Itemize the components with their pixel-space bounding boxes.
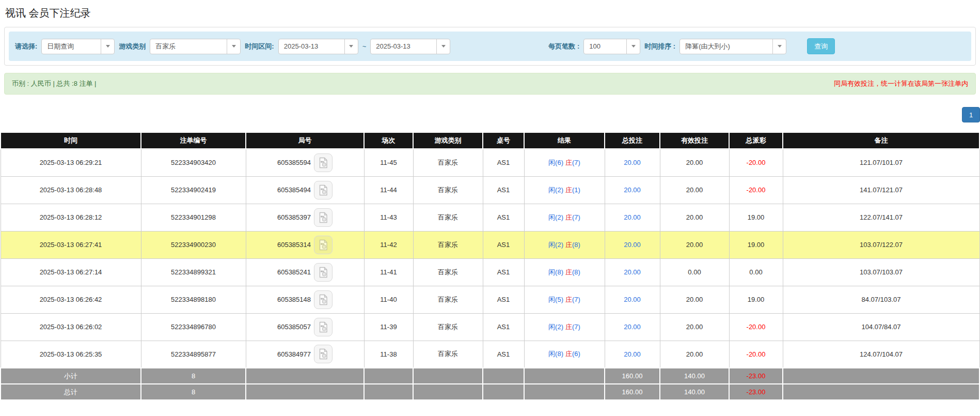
- cell-total-bet[interactable]: 20.00: [605, 231, 660, 258]
- query-type-value: 日期查询: [42, 42, 101, 51]
- cell-payout: -20.00: [729, 176, 783, 204]
- cell-total-bet[interactable]: 20.00: [605, 149, 660, 176]
- cell-time: 2025-03-13 06:26:42: [1, 286, 141, 313]
- cell-table-no: AS1: [483, 286, 524, 313]
- chevron-down-icon: [772, 39, 786, 54]
- round-id: 605385314: [277, 241, 311, 249]
- cell-bet-id: 522334900230: [141, 231, 246, 258]
- round-id: 605385397: [277, 213, 311, 221]
- cell-payout: 19.00: [729, 231, 783, 258]
- video-replay-button[interactable]: [314, 263, 333, 282]
- header-session: 场次: [364, 132, 413, 149]
- subtotal-total-bet: 160.00: [605, 368, 660, 384]
- cell-time: 2025-03-13 06:26:02: [1, 313, 141, 341]
- cell-valid-bet: 20.00: [660, 286, 729, 313]
- video-replay-button[interactable]: [314, 181, 333, 199]
- search-button[interactable]: 查询: [807, 38, 835, 54]
- cell-session: 11-45: [364, 149, 413, 176]
- cell-remark: 121.07/101.07: [783, 149, 979, 176]
- game-type-select[interactable]: 百家乐: [150, 39, 241, 54]
- result-banker-score: (6): [572, 350, 580, 358]
- cell-game: 百家乐: [413, 231, 483, 258]
- query-type-select[interactable]: 日期查询: [41, 39, 115, 54]
- cell-remark: 103.07/122.07: [783, 231, 979, 258]
- valid-bet-note: 同局有效投注，统一计算在该局第一张注单内: [834, 79, 968, 88]
- cell-time: 2025-03-13 06:28:12: [1, 204, 141, 231]
- cell-valid-bet: 20.00: [660, 231, 729, 258]
- video-replay-button[interactable]: [314, 153, 333, 172]
- time-sort-value: 降冪(由大到小): [680, 42, 772, 51]
- subtotal-payout: -23.00: [729, 368, 783, 384]
- total-count: 8: [141, 384, 246, 400]
- video-replay-button[interactable]: [314, 208, 333, 227]
- video-replay-button[interactable]: [314, 345, 333, 363]
- cell-total-bet[interactable]: 20.00: [605, 313, 660, 341]
- cell-valid-bet: 20.00: [660, 313, 729, 341]
- result-banker-score: (7): [572, 296, 580, 303]
- cell-session: 11-39: [364, 313, 413, 341]
- cell-time: 2025-03-13 06:25:35: [1, 341, 141, 368]
- cell-result: 闲(5)庄(7): [524, 286, 605, 313]
- cell-remark: 124.07/104.07: [783, 341, 979, 368]
- cell-bet-id: 522334899321: [141, 258, 246, 286]
- result-player: 闲(2): [548, 323, 563, 331]
- cell-game: 百家乐: [413, 258, 483, 286]
- cell-bet-id: 522334895877: [141, 341, 246, 368]
- result-banker: 庄: [565, 159, 572, 166]
- cell-remark: 122.07/141.07: [783, 204, 979, 231]
- cell-total-bet[interactable]: 20.00: [605, 258, 660, 286]
- filter-bar: 请选择: 日期查询 游戏类别 百家乐 时间区间: 2025-03-13 ~ 20…: [9, 32, 971, 61]
- subtotal-valid-bet: 140.00: [660, 368, 729, 384]
- subtotal-row: 小计 8 160.00 140.00 -23.00: [1, 368, 979, 384]
- cell-game: 百家乐: [413, 313, 483, 341]
- video-replay-button[interactable]: [314, 290, 333, 309]
- video-replay-button[interactable]: [314, 236, 333, 254]
- date-from-select[interactable]: 2025-03-13: [278, 39, 358, 54]
- cell-table-no: AS1: [483, 149, 524, 176]
- cell-time: 2025-03-13 06:28:48: [1, 176, 141, 204]
- time-sort-select[interactable]: 降冪(由大到小): [679, 39, 786, 54]
- video-replay-button[interactable]: [314, 318, 333, 336]
- round-id: 605385494: [277, 186, 311, 194]
- date-to-select[interactable]: 2025-03-13: [370, 39, 450, 54]
- table-row: 2025-03-13 06:28:48 522334902419 6053854…: [1, 176, 979, 204]
- total-valid-bet: 140.00: [660, 384, 729, 400]
- cell-total-bet[interactable]: 20.00: [605, 176, 660, 204]
- summary-bar: 币别 : 人民币 | 总共 :8 注单 | 同局有效投注，统一计算在该局第一张注…: [4, 73, 976, 95]
- cell-payout: -20.00: [729, 341, 783, 368]
- cell-game: 百家乐: [413, 341, 483, 368]
- total-payout: -23.00: [729, 384, 783, 400]
- cell-payout: -20.00: [729, 149, 783, 176]
- cell-valid-bet: 20.00: [660, 204, 729, 231]
- result-banker-score: (7): [572, 159, 580, 166]
- cell-total-bet[interactable]: 20.00: [605, 204, 660, 231]
- cell-table-no: AS1: [483, 231, 524, 258]
- cell-round: 605385314: [246, 231, 364, 258]
- result-banker-score: (7): [572, 213, 580, 221]
- pagination: 1: [0, 95, 980, 132]
- table-row: 2025-03-13 06:26:42 522334898180 6053851…: [1, 286, 979, 313]
- table-row: 2025-03-13 06:26:02 522334896780 6053850…: [1, 313, 979, 341]
- cell-session: 11-44: [364, 176, 413, 204]
- cell-total-bet[interactable]: 20.00: [605, 286, 660, 313]
- cell-total-bet[interactable]: 20.00: [605, 341, 660, 368]
- date-range-separator: ~: [362, 42, 367, 50]
- cell-round: 605385594: [246, 149, 364, 176]
- result-banker-score: (7): [572, 323, 580, 331]
- total-label: 总计: [1, 384, 141, 400]
- cell-session: 11-41: [364, 258, 413, 286]
- page-size-select[interactable]: 100: [583, 39, 640, 54]
- header-remark: 备注: [783, 132, 979, 149]
- header-result: 结果: [524, 132, 605, 149]
- cell-table-no: AS1: [483, 341, 524, 368]
- subtotal-label: 小计: [1, 368, 141, 384]
- cell-game: 百家乐: [413, 204, 483, 231]
- cell-time: 2025-03-13 06:27:41: [1, 231, 141, 258]
- page-1-button[interactable]: 1: [962, 107, 980, 122]
- header-time: 时间: [1, 132, 141, 149]
- chevron-down-icon: [626, 39, 640, 54]
- cell-bet-id: 522334896780: [141, 313, 246, 341]
- result-banker-score: (1): [572, 186, 580, 194]
- cell-game: 百家乐: [413, 176, 483, 204]
- page-size-value: 100: [584, 42, 626, 50]
